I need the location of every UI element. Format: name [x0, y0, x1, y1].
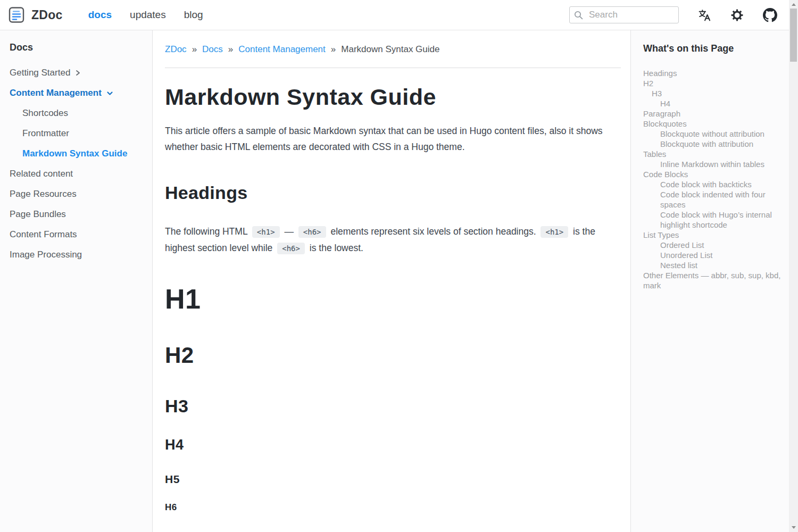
scrollbar-thumb[interactable]: [790, 9, 797, 62]
toc-item-headings[interactable]: Headings: [643, 68, 782, 78]
toc-list: Headings H2 H3 H4 Paragraph Blockquotes …: [643, 68, 782, 290]
breadcrumb-link-docs[interactable]: Docs: [202, 44, 223, 55]
brand[interactable]: ZDoc: [9, 6, 63, 23]
sidebar-heading: Docs: [10, 42, 147, 53]
toc-item-nested-list[interactable]: Nested list: [643, 260, 782, 270]
sidebar-item-label: Shortcodes: [22, 108, 68, 119]
breadcrumb-divider: [165, 68, 621, 68]
code-chip-h6: <h6>: [298, 226, 326, 238]
content-row: Docs Getting Started Content Management: [0, 30, 789, 532]
code-chip-h6: <h6>: [277, 243, 305, 254]
toc-item-code-blocks[interactable]: Code Blocks: [643, 169, 782, 179]
toc-item-h3[interactable]: H3: [643, 88, 782, 98]
sample-headings: H1 H2 H3 H4 H5 H6: [165, 283, 621, 513]
sidebar-item-page-bundles[interactable]: Page Bundles: [10, 204, 147, 225]
sidebar-item-label: Page Resources: [10, 189, 77, 200]
toc-item-blockquotes[interactable]: Blockquotes: [643, 119, 782, 129]
search-box[interactable]: [569, 6, 679, 23]
scrollbar-up-arrow-icon[interactable]: [792, 3, 796, 6]
sidebar-item-label: Related content: [10, 169, 73, 179]
page-title: Markdown Syntax Guide: [165, 84, 621, 110]
sidebar-item-content-management[interactable]: Content Management: [10, 83, 147, 103]
search-icon: [574, 11, 583, 20]
toc-item-code-block-with-backticks[interactable]: Code block with backticks: [643, 179, 782, 189]
breadcrumb-link-content-management[interactable]: Content Management: [238, 44, 326, 55]
toc-item-h2[interactable]: H2: [643, 78, 782, 88]
chevron-right-icon: [75, 70, 81, 76]
toc-heading: What's on this Page: [643, 43, 782, 54]
toc-item-inline-markdown-within-tables[interactable]: Inline Markdown within tables: [643, 159, 782, 169]
sidebar-item-label: Content Management: [10, 88, 102, 98]
paragraph-text: is the lowest.: [310, 243, 363, 253]
page-toc: What's on this Page Headings H2 H3 H4 Pa…: [630, 30, 789, 532]
docs-sidebar: Docs Getting Started Content Management: [0, 30, 153, 532]
breadcrumb-separator: »: [228, 44, 233, 55]
sidebar-item-label: Frontmatter: [22, 128, 69, 139]
brand-name[interactable]: ZDoc: [31, 8, 63, 22]
headings-paragraph: The following HTML <h1> — <h6> elements …: [165, 223, 621, 256]
toc-item-code-block-highlight-shortcode[interactable]: Code block with Hugo’s internal highligh…: [643, 210, 782, 230]
primary-nav: docs updates blog: [88, 9, 203, 21]
breadcrumb-separator: »: [192, 44, 197, 55]
article-main: ZDoc » Docs » Content Management » Markd…: [153, 30, 630, 532]
sidebar-list: Getting Started Content Management Short…: [10, 63, 147, 265]
sidebar-item-label: Getting Started: [10, 68, 70, 78]
toc-item-tables[interactable]: Tables: [643, 149, 782, 159]
chevron-down-icon: [106, 90, 113, 96]
toc-item-list-types[interactable]: List Types: [643, 230, 782, 240]
scrollbar-down-arrow-icon[interactable]: [792, 526, 796, 529]
sidebar-item-getting-started[interactable]: Getting Started: [10, 63, 147, 83]
demo-heading-h1: H1: [165, 283, 621, 315]
toc-item-blockquote-with-attribution[interactable]: Blockquote with attribution: [643, 139, 782, 149]
breadcrumb-link-zdoc[interactable]: ZDoc: [165, 44, 187, 55]
toc-item-code-block-indented[interactable]: Code block indented with four spaces: [643, 189, 782, 210]
paragraph-text: The following HTML: [165, 226, 247, 237]
navbar-right: [569, 6, 777, 23]
sidebar-item-content-formats[interactable]: Content Formats: [10, 225, 147, 245]
toc-item-h4[interactable]: H4: [643, 98, 782, 109]
top-navbar: ZDoc docs updates blog: [0, 0, 789, 30]
sidebar-item-markdown-syntax-guide[interactable]: Markdown Syntax Guide: [10, 144, 147, 164]
code-chip-h1: <h1>: [252, 226, 280, 238]
nav-updates[interactable]: updates: [130, 9, 166, 21]
sidebar-item-label: Content Formats: [10, 229, 77, 240]
toc-item-ordered-list[interactable]: Ordered List: [643, 240, 782, 250]
sidebar-item-shortcodes[interactable]: Shortcodes: [10, 103, 147, 123]
toc-item-blockquote-without-attribution[interactable]: Blockquote without attribution: [643, 129, 782, 139]
code-chip-h1: <h1>: [541, 226, 568, 238]
toc-item-unordered-list[interactable]: Unordered List: [643, 250, 782, 260]
breadcrumb-separator: »: [331, 44, 336, 55]
search-input[interactable]: [588, 9, 674, 21]
paragraph-text: —: [284, 226, 294, 237]
article-intro: This article offers a sample of basic Ma…: [165, 123, 621, 155]
section-heading-headings: Headings: [165, 182, 621, 203]
sidebar-item-related-content[interactable]: Related content: [10, 164, 147, 184]
breadcrumb: ZDoc » Docs » Content Management » Markd…: [165, 44, 621, 55]
sidebar-item-frontmatter[interactable]: Frontmatter: [10, 123, 147, 144]
zdoc-document-logo-icon: [9, 6, 24, 23]
demo-heading-h6: H6: [165, 502, 621, 513]
toc-item-other-elements[interactable]: Other Elements — abbr, sub, sup, kbd, ma…: [643, 270, 782, 290]
sidebar-item-page-resources[interactable]: Page Resources: [10, 184, 147, 204]
sidebar-item-label: Markdown Syntax Guide: [22, 148, 127, 159]
nav-blog[interactable]: blog: [184, 9, 203, 21]
paragraph-text: elements represent six levels of section…: [330, 226, 536, 237]
demo-heading-h2: H2: [165, 342, 621, 369]
settings-gear-icon[interactable]: [730, 9, 744, 22]
sidebar-item-label: Image Processing: [10, 250, 82, 260]
app-root: ZDoc docs updates blog: [0, 0, 798, 532]
translate-icon[interactable]: [698, 9, 711, 22]
page-scrollbar[interactable]: [789, 0, 798, 532]
sidebar-item-image-processing[interactable]: Image Processing: [10, 245, 147, 265]
toc-item-paragraph[interactable]: Paragraph: [643, 109, 782, 119]
breadcrumb-current: Markdown Syntax Guide: [341, 44, 439, 55]
nav-docs[interactable]: docs: [88, 9, 112, 21]
demo-heading-h5: H5: [165, 473, 621, 486]
demo-heading-h4: H4: [165, 437, 621, 454]
github-icon[interactable]: [763, 8, 777, 22]
main-column: ZDoc docs updates blog: [0, 0, 789, 532]
demo-heading-h3: H3: [165, 395, 621, 417]
sidebar-item-label: Page Bundles: [10, 209, 66, 220]
